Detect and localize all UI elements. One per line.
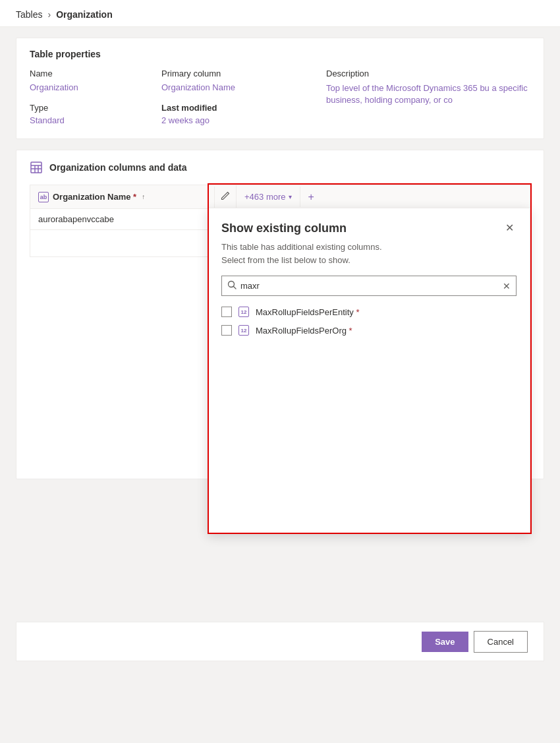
popup-subtitle: This table has additional existing colum… <box>221 241 517 266</box>
search-input[interactable] <box>240 281 499 291</box>
type-label: Type <box>30 103 161 113</box>
table-header-row: ab Organization Name * ↑ +463 more ▾ + <box>30 185 530 209</box>
last-modified-value: 2 weeks ago <box>161 115 326 125</box>
prop-col-name: Name Organization Type Standard <box>30 69 161 125</box>
edit-column-icon[interactable] <box>215 185 237 208</box>
last-modified-label: Last modified <box>161 103 326 113</box>
prop-col-description: Description Top level of the Microsoft D… <box>326 69 530 125</box>
item-label-2: MaxRollupFieldsPerOrg * <box>256 326 352 336</box>
columns-header: Organization columns and data <box>30 161 530 174</box>
popup-close-button[interactable]: ✕ <box>503 222 517 235</box>
item-label-1: MaxRollupFieldsPerEntity * <box>256 307 360 317</box>
breadcrumb-current: Organization <box>56 9 113 20</box>
save-button[interactable]: Save <box>422 632 468 652</box>
svg-rect-0 <box>31 162 42 173</box>
search-clear-icon[interactable]: ✕ <box>503 281 511 291</box>
col-type-icon: ab <box>38 192 49 202</box>
breadcrumb: Tables › Organization <box>0 0 560 27</box>
popup-title: Show existing column <box>221 222 347 235</box>
name-label: Name <box>30 69 161 78</box>
checkbox-maxrollup-org[interactable] <box>221 325 232 336</box>
field-type-icon-1: 12 <box>238 307 249 317</box>
table-properties-card: Table properties Name Organization Type … <box>16 38 544 139</box>
type-value: Standard <box>30 115 161 125</box>
props-grid: Name Organization Type Standard Primary … <box>30 69 530 125</box>
more-columns-button[interactable]: +463 more ▾ <box>237 187 300 207</box>
primary-col-label: Primary column <box>161 69 326 78</box>
cancel-button[interactable]: Cancel <box>474 631 528 653</box>
checkbox-item-2: 12 MaxRollupFieldsPerOrg * <box>221 325 517 336</box>
add-column-button[interactable]: + <box>300 186 322 208</box>
required-marker-2: * <box>349 326 352 336</box>
breadcrumb-chevron: › <box>47 9 51 20</box>
col-header-label: Organization Name * <box>53 192 136 202</box>
checkbox-maxrollup-entity[interactable] <box>221 307 232 317</box>
data-table-wrapper: ab Organization Name * ↑ +463 more ▾ + a… <box>30 185 530 257</box>
checkbox-list: 12 MaxRollupFieldsPerEntity * 12 MaxRoll… <box>221 307 517 336</box>
sort-icon[interactable]: ↑ <box>142 193 145 200</box>
popup-header: Show existing column ✕ <box>221 222 517 235</box>
svg-line-6 <box>234 287 237 289</box>
chevron-down-icon: ▾ <box>289 193 292 200</box>
search-icon <box>227 280 237 291</box>
popup-footer-buttons: Save Cancel <box>16 622 544 661</box>
primary-col-value[interactable]: Organization Name <box>161 82 326 92</box>
col-header-org-name: ab Organization Name * ↑ <box>30 187 215 208</box>
columns-section-title: Organization columns and data <box>49 162 186 173</box>
table-grid-icon <box>30 161 43 174</box>
show-existing-column-popup: Show existing column ✕ This table has ad… <box>208 208 530 534</box>
table-properties-title: Table properties <box>30 49 530 59</box>
field-type-icon-2: 12 <box>238 325 249 336</box>
required-asterisk: * <box>130 192 136 202</box>
search-box[interactable]: ✕ <box>221 276 517 296</box>
columns-section: Organization columns and data ab Organiz… <box>16 150 544 479</box>
breadcrumb-tables[interactable]: Tables <box>16 9 42 20</box>
checkbox-item-1: 12 MaxRollupFieldsPerEntity * <box>221 307 517 317</box>
name-value[interactable]: Organization <box>30 82 161 92</box>
prop-col-primary: Primary column Organization Name Last mo… <box>161 69 326 125</box>
description-value: Top level of the Microsoft Dynamics 365 … <box>326 82 530 106</box>
required-marker-1: * <box>356 307 359 317</box>
description-label: Description <box>326 69 530 78</box>
